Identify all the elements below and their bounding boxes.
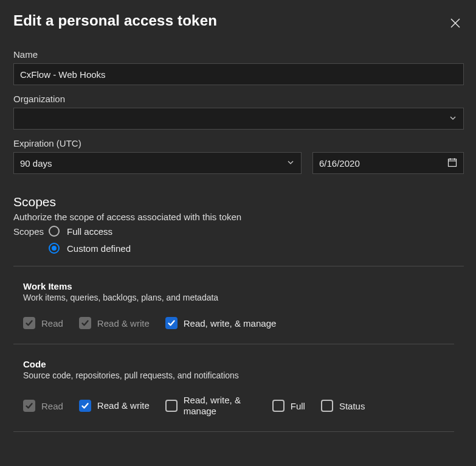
- scopes-inline-label: Scopes: [13, 226, 49, 237]
- permission-label: Read: [41, 318, 63, 329]
- organization-field-group: Organization: [13, 94, 464, 130]
- permission-row: ReadRead & writeRead, write, & manage: [23, 317, 449, 329]
- permission-label: Read: [41, 401, 63, 411]
- scope-group-name: Work Items: [23, 281, 449, 291]
- checkbox-icon: [23, 400, 35, 412]
- checkbox-icon: [165, 317, 178, 329]
- organization-label: Organization: [13, 94, 464, 104]
- permission-checkbox[interactable]: Read & write: [79, 317, 150, 329]
- checkbox-icon: [23, 317, 35, 329]
- permission-label: Status: [339, 401, 365, 411]
- expiration-label: Expiration (UTC): [13, 138, 464, 148]
- permission-label: Read & write: [97, 318, 150, 329]
- permission-label: Full: [291, 401, 305, 411]
- permission-label: Read & write: [97, 400, 150, 411]
- checkbox-icon: [79, 317, 91, 329]
- close-button[interactable]: [447, 15, 464, 33]
- permission-checkbox[interactable]: Full: [272, 400, 305, 412]
- name-label: Name: [13, 49, 464, 60]
- permission-checkbox[interactable]: Read: [23, 400, 63, 412]
- permission-label: Read, write, & manage: [184, 318, 277, 329]
- name-field-group: Name: [13, 49, 464, 85]
- radio-icon: [49, 226, 60, 237]
- close-icon: [449, 17, 461, 29]
- scope-option-custom[interactable]: Custom defined: [49, 243, 131, 254]
- scope-list[interactable]: Work ItemsWork items, queries, backlogs,…: [13, 266, 464, 453]
- permission-checkbox[interactable]: Read, write, & manage: [165, 395, 257, 417]
- expiration-date-input[interactable]: 6/16/2020: [312, 152, 464, 174]
- header: Edit a personal access token: [13, 12, 464, 33]
- name-input[interactable]: [13, 63, 464, 85]
- scopes-subtitle: Authorize the scope of access associated…: [13, 212, 464, 222]
- page-title: Edit a personal access token: [13, 12, 217, 29]
- permission-checkbox[interactable]: Read: [23, 317, 63, 329]
- scope-group: Work ItemsWork items, queries, backlogs,…: [13, 266, 454, 344]
- permission-checkbox[interactable]: Read, write, & manage: [165, 317, 277, 329]
- svg-rect-2: [449, 159, 457, 166]
- scope-group-desc: Source code, repositories, pull requests…: [23, 370, 449, 380]
- checkbox-icon: [272, 400, 285, 412]
- scope-group-name: Code: [23, 359, 449, 369]
- scope-option-full-label: Full access: [67, 226, 112, 237]
- edit-token-panel: Edit a personal access token Name Organi…: [0, 0, 476, 466]
- expiration-duration-value: 90 days: [20, 158, 52, 169]
- scope-group-desc: Work items, queries, backlogs, plans, an…: [23, 293, 449, 302]
- organization-select[interactable]: [13, 108, 464, 130]
- permission-row: ReadRead & writeRead, write, & manageFul…: [23, 395, 449, 417]
- expiration-field-group: Expiration (UTC) 90 days 6/16/2020: [13, 138, 464, 174]
- scope-option-custom-label: Custom defined: [67, 243, 131, 254]
- checkbox-icon: [321, 400, 333, 412]
- radio-icon: [49, 243, 60, 254]
- expiration-date-value: 6/16/2020: [319, 158, 360, 169]
- permission-label: Read, write, & manage: [184, 395, 257, 417]
- scopes-title: Scopes: [13, 195, 464, 209]
- permission-checkbox[interactable]: Status: [321, 400, 365, 412]
- checkbox-icon: [79, 400, 91, 412]
- permission-checkbox[interactable]: Read & write: [79, 400, 150, 412]
- scope-group: CodeSource code, repositories, pull requ…: [13, 344, 454, 432]
- expiration-duration-select[interactable]: 90 days: [13, 152, 302, 174]
- scope-option-full[interactable]: Full access: [49, 226, 112, 237]
- chevron-down-icon: [449, 114, 457, 124]
- checkbox-icon: [165, 400, 178, 412]
- calendar-icon: [447, 158, 457, 169]
- chevron-down-icon: [286, 158, 295, 169]
